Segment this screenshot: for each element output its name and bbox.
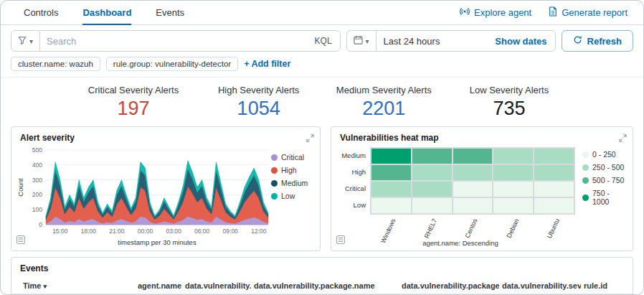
heatmap-cell-high-ubuntu[interactable]	[534, 164, 574, 181]
legend-dot-icon	[271, 154, 278, 161]
heatmap-chart: MediumHighCriticalLow WindowsRHEL7Centos…	[331, 143, 633, 245]
heatmap-cell-medium-rhel7[interactable]	[412, 148, 453, 164]
svg-text:Count: Count	[16, 178, 24, 197]
legend-item-0-250[interactable]: 0 - 250	[582, 150, 628, 159]
tab-controls[interactable]: Controls	[24, 1, 58, 24]
saved-query-menu-button[interactable]: ▾	[11, 31, 40, 51]
legend-item-500-750[interactable]: 500 - 750	[582, 176, 628, 184]
heatmap-row-label: Medium	[338, 147, 370, 164]
heatmap-cell-medium-ubuntu[interactable]	[534, 148, 574, 164]
generate-report-label: Generate report	[562, 7, 628, 18]
legend-item-750-1000[interactable]: 750 - 1000	[582, 189, 628, 206]
svg-text:03:00: 03:00	[166, 228, 181, 235]
app-window: Controls Dashboard Events Explore agent	[0, 0, 644, 295]
tab-dashboard[interactable]: Dashboard	[82, 1, 131, 24]
legend-item-250-500[interactable]: 250 - 500	[582, 163, 628, 172]
chart-legend: CriticalHighMediumLow	[271, 144, 317, 248]
metric-value: 197	[80, 98, 187, 119]
generate-report-icon	[549, 6, 557, 19]
heatmap-grid	[370, 147, 575, 215]
legend-item-medium[interactable]: Medium	[271, 179, 317, 187]
heatmap-cell-critical-debian[interactable]	[493, 181, 534, 197]
date-quick-menu-button[interactable]: ▾	[347, 31, 377, 51]
heatmap-cell-medium-centos[interactable]	[453, 148, 493, 164]
svg-text:12:00: 12:00	[251, 228, 267, 235]
legend-label: Medium	[281, 179, 308, 187]
sort-desc-icon[interactable]: ▾	[44, 283, 47, 290]
legend-dot-icon	[582, 195, 589, 201]
events-column-time[interactable]: Time ▾	[20, 278, 135, 294]
heatmap-cell-critical-ubuntu[interactable]	[534, 181, 574, 197]
explore-agent-icon	[460, 6, 470, 19]
metric-label: High Severity Alerts	[205, 85, 313, 95]
heatmap-cell-low-centos[interactable]	[453, 197, 493, 214]
legend-dot-icon	[582, 151, 589, 158]
metric-low: Low Severity Alerts 735	[455, 85, 563, 119]
legend-item-critical[interactable]: Critical	[271, 153, 317, 161]
events-column-rule-id[interactable]: rule.id	[581, 278, 624, 294]
query-language-button[interactable]: KQL	[307, 36, 340, 46]
panel-title: Alert severity	[11, 127, 320, 143]
generate-report-button[interactable]: Generate report	[549, 6, 628, 19]
heatmap-cell-high-rhel7[interactable]	[412, 164, 453, 181]
heatmap-cell-low-debian[interactable]	[493, 197, 534, 214]
alert-severity-panel: Alert severity 010020030040050015:0018:0…	[11, 126, 321, 251]
expand-panel-icon[interactable]	[619, 132, 627, 145]
heatmap-cell-high-debian[interactable]	[493, 164, 534, 181]
explore-agent-button[interactable]: Explore agent	[460, 6, 531, 19]
svg-text:00:00: 00:00	[138, 228, 153, 235]
refresh-button[interactable]: Refresh	[562, 30, 633, 52]
heatmap-cell-low-rhel7[interactable]	[412, 197, 453, 214]
area-chart[interactable]: 010020030040050015:0018:0021:0000:0003:0…	[16, 144, 271, 248]
heatmap-cell-high-windows[interactable]	[371, 164, 412, 181]
heatmap-x-labels: WindowsRHEL7CentosDebianUbuntu	[370, 215, 575, 245]
svg-text:400: 400	[32, 161, 42, 169]
legend-dot-icon	[582, 164, 589, 171]
metric-value: 735	[455, 98, 563, 119]
panel-data-list-icon[interactable]	[336, 234, 345, 247]
heatmap-cell-critical-windows[interactable]	[371, 181, 412, 197]
metric-label: Critical Severity Alerts	[80, 85, 187, 95]
heatmap-cell-high-centos[interactable]	[453, 164, 493, 181]
legend-label: 0 - 250	[592, 150, 616, 159]
heatmap-cell-medium-debian[interactable]	[493, 148, 534, 164]
calendar-icon	[354, 34, 363, 47]
vulnerabilities-heatmap-panel: Vulnerabilities heat map MediumHighCriti…	[331, 126, 633, 251]
show-dates-button[interactable]: Show dates	[487, 36, 554, 47]
svg-text:18:00: 18:00	[81, 228, 97, 235]
explore-agent-label: Explore agent	[474, 7, 531, 18]
heatmap-cell-low-ubuntu[interactable]	[534, 197, 574, 214]
tab-events[interactable]: Events	[156, 1, 184, 24]
heatmap-cell-critical-centos[interactable]	[453, 181, 493, 197]
add-filter-button[interactable]: + Add filter	[244, 59, 290, 69]
panel-data-list-icon[interactable]	[16, 234, 25, 247]
legend-dot-icon	[271, 193, 278, 200]
caret-down-icon: ▾	[366, 37, 369, 45]
events-column-agent-name[interactable]: agent.name	[135, 278, 182, 294]
events-column-data-vulnerability-package-version[interactable]: data.vulnerability.package.version	[399, 278, 499, 294]
events-column-data-vulnerability-package-name[interactable]: data.vulnerability.package.name	[251, 278, 399, 294]
heatmap-cell-medium-windows[interactable]	[371, 148, 412, 164]
top-navigation-bar: Controls Dashboard Events Explore agent	[1, 1, 643, 25]
svg-text:timestamp per 30 minutes: timestamp per 30 minutes	[118, 238, 196, 246]
events-column-data-vulnerability-cve[interactable]: data.vulnerability.cve	[182, 278, 251, 294]
svg-text:15:00: 15:00	[52, 228, 68, 235]
heatmap-cell-low-windows[interactable]	[371, 197, 412, 214]
legend-label: 250 - 500	[592, 163, 624, 172]
metric-critical: Critical Severity Alerts 197	[80, 85, 187, 119]
svg-text:500: 500	[32, 146, 42, 154]
expand-panel-icon[interactable]	[306, 132, 314, 145]
refresh-icon	[573, 35, 582, 47]
legend-item-high[interactable]: High	[271, 166, 317, 174]
heatmap-row-label: High	[338, 164, 370, 180]
time-range-value[interactable]: Last 24 hours	[377, 36, 488, 47]
events-column-data-vulnerability-severity[interactable]: data.vulnerability.severity	[499, 278, 581, 294]
filter-pill-rule-group[interactable]: rule.group: vulnerability-detector	[106, 57, 238, 71]
refresh-label: Refresh	[587, 36, 622, 47]
search-bar: ▾ KQL ▾ Last 24 hours Show dates Refresh	[1, 25, 643, 55]
legend-item-low[interactable]: Low	[271, 192, 317, 200]
metric-label: Medium Severity Alerts	[330, 85, 437, 95]
filter-pill-cluster-name[interactable]: cluster.name: wazuh	[11, 57, 100, 71]
heatmap-cell-critical-rhel7[interactable]	[412, 181, 453, 197]
search-input[interactable]	[40, 36, 307, 47]
